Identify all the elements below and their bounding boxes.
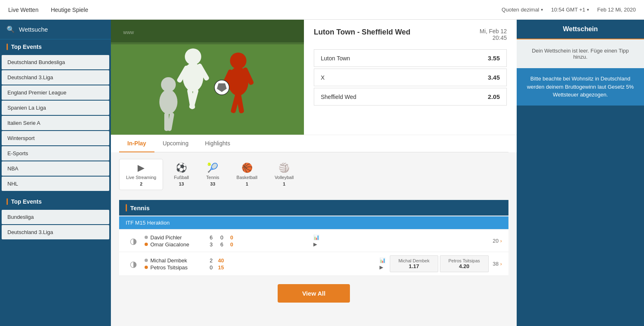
sidebar-league-item[interactable]: NBA bbox=[2, 161, 109, 176]
svg-point-10 bbox=[230, 53, 246, 69]
odds-value: 3.55 bbox=[488, 55, 500, 62]
odd-button-2[interactable]: Petros Tsitsipas 4.20 bbox=[440, 255, 489, 272]
sidebar-league-item[interactable]: Deutschland 3.Liga bbox=[2, 70, 109, 85]
section-header: Tennis bbox=[119, 200, 508, 216]
match-more-count-2[interactable]: 38 › bbox=[493, 261, 502, 267]
score-set: 0 bbox=[218, 234, 225, 241]
match-players-1: David Pichler 6 0 0 Omar Giacalone 3 6 0 bbox=[145, 234, 309, 248]
svg-point-15 bbox=[159, 90, 177, 114]
match-players-2: Michal Dembek 2 40 Petros Tsitsipas 0 15 bbox=[145, 257, 375, 271]
stream-icon[interactable]: ▶ bbox=[380, 264, 386, 270]
time-display: 10:54 GMT +1 bbox=[551, 7, 585, 13]
svg-rect-20 bbox=[111, 20, 304, 42]
odds-rows: Luton Town3.55X3.45Sheffield Wed2.05 bbox=[314, 49, 507, 106]
tennis-icon-2: ◑ bbox=[126, 259, 140, 269]
sidebar-league-item[interactable]: England Premier League bbox=[2, 85, 109, 100]
tabs-section: In-PlayUpcomingHighlights bbox=[111, 135, 517, 152]
hero-info: Luton Town - Sheffield Wed Mi, Feb 12 20… bbox=[304, 20, 517, 135]
wettschein-header: Wettschein bbox=[517, 20, 644, 39]
hero-match-title: Luton Town - Sheffield Wed Mi, Feb 12 20… bbox=[314, 28, 507, 41]
sport-count: 2 bbox=[140, 181, 143, 186]
odds-row[interactable]: X3.45 bbox=[314, 69, 507, 86]
player-row: Michal Dembek 2 40 bbox=[145, 257, 375, 264]
live-section: Tennis ITF M15 Heraklion ◑ David Pichler… bbox=[111, 197, 517, 319]
tennis-icon: ◑ bbox=[126, 236, 140, 246]
odd-label: Petros Tsitsipas bbox=[448, 258, 480, 263]
player-dot-orange-icon bbox=[145, 266, 148, 269]
top-nav: Live Wetten Heutige Spiele Quoten dezima… bbox=[0, 0, 644, 20]
stream-icon[interactable]: ▶ bbox=[313, 241, 320, 247]
nav-left: Live Wetten Heutige Spiele bbox=[8, 7, 88, 13]
top-events-title-2: Top Events bbox=[0, 194, 111, 209]
tab-item[interactable]: Highlights bbox=[197, 135, 238, 152]
orange-bar-icon bbox=[7, 44, 8, 50]
sidebar-league-item[interactable]: Spanien La Liga bbox=[2, 101, 109, 115]
tab-item[interactable]: In-Play bbox=[119, 135, 154, 152]
sport-filter-item[interactable]: ⚽ Fußball 13 bbox=[167, 159, 196, 190]
time-selector[interactable]: 10:54 GMT +1 ▾ bbox=[551, 7, 589, 13]
odds-label: X bbox=[321, 74, 324, 81]
sport-filter-item[interactable]: 🎾 Tennis 33 bbox=[200, 159, 226, 190]
sport-label: Volleyball bbox=[275, 175, 294, 180]
sport-label: Basketball bbox=[237, 175, 258, 180]
sport-filter-item[interactable]: ▶ Live Streaming 2 bbox=[119, 159, 163, 190]
odds-label: Quoten bbox=[501, 7, 519, 13]
search-label: Wettsuche bbox=[19, 26, 48, 33]
player-name: Petros Tsitsipas bbox=[150, 264, 204, 271]
sidebar-league-item[interactable]: Wintersport bbox=[2, 131, 109, 145]
stats-icon[interactable]: 📊 bbox=[380, 257, 386, 263]
svg-text:www: www bbox=[123, 30, 134, 35]
sport-label: Live Streaming bbox=[126, 175, 156, 180]
sport-icon: ⚽ bbox=[176, 163, 187, 173]
odds-format: dezimal bbox=[521, 7, 539, 13]
score-set: 2 bbox=[208, 257, 214, 264]
orange-line-icon bbox=[126, 204, 127, 211]
sidebar-league-item[interactable]: Italien Serie A bbox=[2, 116, 109, 130]
odds-row[interactable]: Sheffield Wed2.05 bbox=[314, 88, 507, 106]
sidebar-search[interactable]: 🔍 Wettsuche bbox=[0, 20, 111, 39]
right-sidebar: Wettschein Dein Wettschein ist leer. Füg… bbox=[517, 20, 644, 326]
chevron-right-icon: › bbox=[500, 238, 502, 244]
match-icons: 📊 ▶ bbox=[313, 234, 320, 247]
wettschein-empty: Dein Wettschein ist leer. Füge einen Tip… bbox=[517, 39, 644, 68]
sidebar-league-item-2[interactable]: Bundesliga bbox=[2, 210, 109, 224]
sidebar-league-item[interactable]: Deutschland Bundesliga bbox=[2, 55, 109, 69]
score-set: 6 bbox=[208, 234, 214, 241]
sidebar-league-item-2[interactable]: Deutschland 3.Liga bbox=[2, 225, 109, 239]
tabs-nav: In-PlayUpcomingHighlights bbox=[119, 135, 508, 152]
tab-item[interactable]: Upcoming bbox=[154, 135, 197, 152]
chevron-down-icon: ▾ bbox=[587, 7, 589, 12]
sport-filter-item[interactable]: 🏀 Basketball 1 bbox=[230, 159, 264, 190]
match-row-2: ◑ Michal Dembek 2 40 Petros Tsitsipas 0 … bbox=[119, 252, 508, 276]
orange-bar-icon-2 bbox=[7, 198, 8, 205]
section-title: Tennis bbox=[130, 204, 150, 211]
odd-value: 1.17 bbox=[398, 263, 430, 269]
sport-icon: 🏀 bbox=[242, 163, 253, 173]
sport-filter-item[interactable]: 🏐 Volleyball 1 bbox=[268, 159, 300, 190]
match-more-count[interactable]: 20 › bbox=[493, 238, 502, 244]
player-name: David Pichler bbox=[150, 234, 204, 241]
view-all-button[interactable]: View All bbox=[278, 284, 350, 303]
score-set: 3 bbox=[208, 241, 214, 248]
player-row: Omar Giacalone 3 6 0 bbox=[145, 241, 309, 248]
sport-label: Fußball bbox=[174, 175, 189, 180]
heutige-spiele-link[interactable]: Heutige Spiele bbox=[51, 7, 88, 13]
sport-count: 1 bbox=[246, 181, 248, 186]
sidebar-league-item[interactable]: NHL bbox=[2, 177, 109, 191]
player-name: Omar Giacalone bbox=[150, 241, 204, 248]
score-current: 15 bbox=[217, 264, 225, 271]
odds-value: 3.45 bbox=[488, 74, 500, 81]
live-wetten-link[interactable]: Live Wetten bbox=[8, 7, 39, 13]
sport-filters: ▶ Live Streaming 2 ⚽ Fußball 13 🎾 Tennis… bbox=[111, 152, 517, 197]
odds-selector[interactable]: Quoten dezimal ▾ bbox=[501, 7, 543, 13]
score-current: 0 bbox=[228, 241, 236, 248]
odds-row[interactable]: Luton Town3.55 bbox=[314, 49, 507, 67]
hero-match-datetime: Mi, Feb 12 20:45 bbox=[480, 28, 507, 41]
match-icons-2: 📊 ▶ bbox=[380, 257, 386, 270]
stats-icon[interactable]: 📊 bbox=[313, 234, 320, 240]
sidebar-league-item[interactable]: E-Sports bbox=[2, 146, 109, 161]
top-events-title: Top Events bbox=[0, 39, 111, 54]
score-current: 0 bbox=[228, 234, 236, 241]
sport-label: Tennis bbox=[206, 175, 219, 180]
odd-button-1[interactable]: Michal Dembek 1.17 bbox=[390, 255, 438, 272]
